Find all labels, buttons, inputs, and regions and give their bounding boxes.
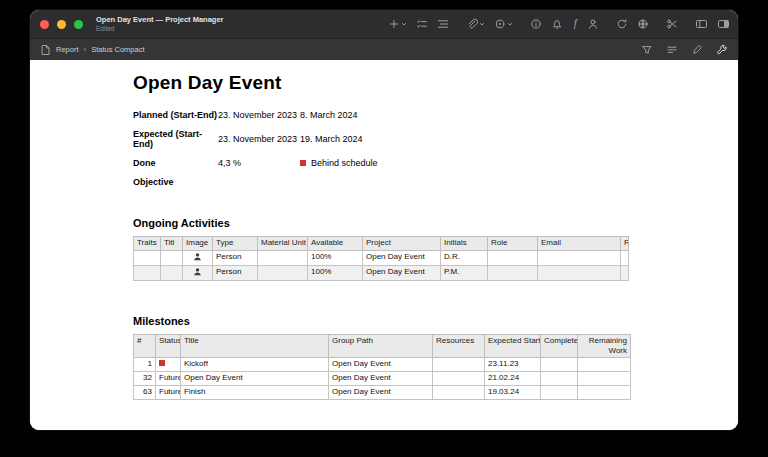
column-header: Image [183,237,213,251]
column-header: Status [156,335,181,358]
section-heading: Milestones [133,315,633,327]
outline-icon[interactable] [437,18,449,30]
app-window: Open Day Event — Project Manager Edited [30,10,738,430]
report-canvas[interactable]: Open Day Event Planned (Start-End) 23. N… [30,60,738,430]
column-header: Title [181,335,329,358]
cell-number: 63 [134,386,156,400]
column-header: Initials [441,237,488,251]
cell-type: Person [213,251,258,266]
field-objective: Objective [133,177,633,187]
column-header: Remaining Work [578,335,631,358]
column-header: Role [488,237,538,251]
add-icon[interactable] [388,18,407,30]
status-badge: Behind schedule [300,158,378,168]
cell-expected-start: 23.11.23 [485,358,541,372]
cut-icon[interactable] [666,18,678,30]
title-bar[interactable]: Open Day Event — Project Manager Edited [30,10,738,38]
cell-type: Person [213,266,258,281]
close-button[interactable] [40,20,49,29]
checklist-icon[interactable] [416,18,428,30]
field-start-value: 23. November 2023 [218,110,300,120]
filter-icon[interactable] [641,44,653,56]
breadcrumb-view[interactable]: Status Compact [91,45,144,54]
table-row[interactable]: 32 Future Open Day Event Open Day Event … [134,372,631,386]
column-header: Type [213,237,258,251]
person-icon [193,254,202,263]
table-row[interactable]: 63 Future Finish Open Day Event 19.03.24 [134,386,631,400]
field-label: Expected (Start-End) [133,129,218,149]
traffic-lights [40,20,83,29]
settings-wrench-icon[interactable] [716,44,728,56]
milestones-table: # Status Title Group Path Resources Expe… [133,334,631,400]
insert-style-icon[interactable] [494,18,513,30]
info-icon[interactable] [530,18,542,30]
column-header: Complete [541,335,578,358]
field-label: Done [133,158,218,168]
cell-status: Future [156,386,181,400]
cell-available: 100% [308,251,363,266]
notifications-icon[interactable] [551,18,563,30]
cell-group-path: Open Day Event [329,358,433,372]
behind-schedule-icon [300,160,306,166]
breadcrumb-doc-type[interactable]: Report [56,45,79,54]
cell-initials: D.R. [441,251,488,266]
done-percent: 4,3 % [218,158,300,168]
person-icon [193,269,202,278]
document-icon [40,44,51,56]
sync-icon[interactable] [616,18,628,30]
column-header: Email [538,237,621,251]
status-text: Behind schedule [311,158,378,168]
column-header: Material Unit [258,237,308,251]
cell-number: 1 [134,358,156,372]
formula-icon[interactable]: ƒ [572,19,578,29]
column-header: Resources [433,335,485,358]
table-row[interactable]: Person 100% Open Day Event D.R. [134,251,629,266]
field-start-value: 23. November 2023 [218,134,300,144]
field-planned: Planned (Start-End) 23. November 2023 8.… [133,110,633,120]
cell-title: Finish [181,386,329,400]
cell-status: Future [156,372,181,386]
cell-project: Open Day Event [363,251,441,266]
table-row[interactable]: Person 100% Open Day Event P.M. [134,266,629,281]
zoom-button[interactable] [74,20,83,29]
section-heading: Ongoing Activities [133,217,633,229]
page-title: Open Day Event [133,72,633,94]
cell-number: 32 [134,372,156,386]
attach-icon[interactable] [466,18,485,30]
report-page: Open Day Event Planned (Start-End) 23. N… [30,60,633,430]
behind-schedule-icon [159,360,165,366]
panel-left-icon[interactable] [695,18,708,30]
panel-right-icon[interactable] [717,18,730,30]
share-icon[interactable] [637,18,649,30]
field-end-value: 8. March 2024 [300,110,358,120]
field-done: Done 4,3 % Behind schedule [133,158,633,168]
table-row[interactable]: 1 Kickoff Open Day Event 23.11.23 [134,358,631,372]
cell-expected-start: 21.02.24 [485,372,541,386]
cell-title: Kickoff [181,358,329,372]
table-header-row: # Status Title Group Path Resources Expe… [134,335,631,358]
cell-available: 100% [308,266,363,281]
window-title-block: Open Day Event — Project Manager Edited [96,15,224,33]
format-brush-icon[interactable] [691,44,703,56]
column-header: Project [363,237,441,251]
cell-group-path: Open Day Event [329,372,433,386]
view-options-icon[interactable] [666,44,678,56]
column-header: # [134,335,156,358]
column-header: Titl [161,237,183,251]
column-header: Available [308,237,363,251]
minimize-button[interactable] [57,20,66,29]
resources-icon[interactable] [587,18,599,30]
column-header: Expected Start [485,335,541,358]
field-label: Objective [133,177,218,187]
main-toolbar: ƒ [388,10,730,38]
section-ongoing-activities: Ongoing Activities Traits Titl Image [133,217,633,281]
field-end-value: 19. March 2024 [300,134,363,144]
window-title: Open Day Event — Project Manager [96,15,224,24]
cell-initials: P.M. [441,266,488,281]
window-edited-label: Edited [96,25,224,33]
cell-project: Open Day Event [363,266,441,281]
breadcrumb-chevron-icon: › [84,45,87,54]
view-bar: Report › Status Compact [30,38,738,60]
cell-group-path: Open Day Event [329,386,433,400]
ongoing-activities-table: Traits Titl Image Type Material Unit Ava… [133,236,629,281]
